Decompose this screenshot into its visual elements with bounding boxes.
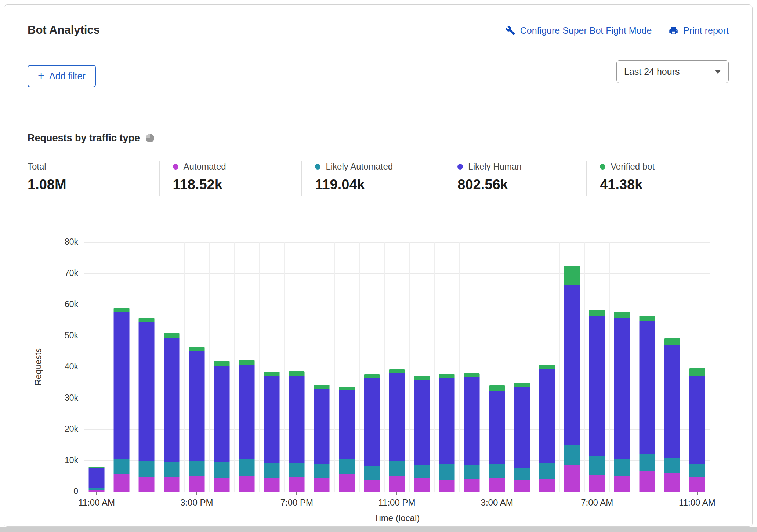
stacked-bar-9-00-am[interactable] bbox=[639, 316, 655, 492]
stacked-bar-10-00-pm[interactable] bbox=[364, 374, 380, 492]
bar-slot bbox=[685, 242, 710, 492]
stat-item-likely-human[interactable]: Likely Human802.56k bbox=[444, 161, 586, 196]
stacked-bar-3-00-am[interactable] bbox=[489, 385, 505, 492]
configure-super-bot-fight-mode-link[interactable]: Configure Super Bot Fight Mode bbox=[506, 25, 652, 36]
stacked-bar-6-00-pm[interactable] bbox=[264, 372, 280, 492]
stat-label: Verified bot bbox=[611, 161, 655, 172]
stacked-bar-3-00-pm[interactable] bbox=[189, 347, 204, 492]
segment-likely-human bbox=[564, 285, 580, 445]
section-title-row: Requests by traffic type bbox=[28, 132, 729, 144]
bar-slot bbox=[259, 242, 284, 492]
segment-likely-automated bbox=[564, 445, 580, 465]
segment-likely-human bbox=[639, 321, 655, 454]
segment-likely-human bbox=[539, 369, 555, 463]
stacked-bar-11-00-am[interactable] bbox=[689, 368, 705, 492]
x-tick-mark bbox=[396, 492, 397, 495]
stacked-bar-1-00-pm[interactable] bbox=[139, 318, 155, 492]
segment-likely-automated bbox=[139, 461, 155, 477]
stacked-bar-1-00-am[interactable] bbox=[439, 374, 455, 492]
stacked-bar-11-00-am[interactable] bbox=[89, 467, 105, 492]
stacked-bar-4-00-pm[interactable] bbox=[214, 361, 229, 492]
bar-slot bbox=[334, 242, 359, 492]
stat-item-likely-automated[interactable]: Likely Automated119.04k bbox=[301, 161, 444, 196]
segment-automated bbox=[214, 478, 229, 492]
segment-verified-bot bbox=[139, 318, 155, 323]
segment-automated bbox=[639, 471, 655, 492]
segment-likely-automated bbox=[264, 463, 280, 478]
stat-item-verified-bot[interactable]: Verified bot41.38k bbox=[586, 161, 729, 196]
segment-verified-bot bbox=[239, 360, 255, 365]
legend-dot bbox=[457, 164, 463, 170]
stacked-bar-11-00-pm[interactable] bbox=[389, 369, 405, 492]
segment-likely-automated bbox=[414, 465, 430, 478]
segment-verified-bot bbox=[614, 312, 630, 318]
stat-label: Likely Automated bbox=[326, 161, 393, 172]
bar-slot bbox=[184, 242, 209, 492]
x-axis-ticks: 11:00 AM3:00 PM7:00 PM11:00 PM3:00 AM7:0… bbox=[84, 492, 710, 511]
y-axis-ticks: 80k70k60k50k40k30k20k10k0 bbox=[49, 242, 84, 492]
add-filter-label: Add filter bbox=[49, 71, 86, 81]
segment-likely-human bbox=[589, 316, 605, 456]
stacked-bar-2-00-pm[interactable] bbox=[164, 333, 180, 492]
segment-likely-automated bbox=[664, 458, 680, 473]
segment-likely-human bbox=[239, 365, 255, 459]
segment-likely-automated bbox=[489, 464, 505, 478]
x-tick-label: 7:00 AM bbox=[581, 498, 613, 508]
add-filter-button[interactable]: + Add filter bbox=[28, 65, 96, 87]
segment-verified-bot bbox=[364, 374, 380, 378]
stacked-bar-5-00-pm[interactable] bbox=[239, 360, 255, 492]
segment-automated bbox=[464, 479, 480, 492]
stat-item-automated[interactable]: Automated118.52k bbox=[159, 161, 302, 196]
stacked-bar-12-00-pm[interactable] bbox=[114, 308, 130, 492]
segment-automated bbox=[114, 474, 130, 492]
gridline-v bbox=[710, 242, 710, 492]
segment-likely-automated bbox=[114, 459, 130, 475]
x-axis-title: Time (local) bbox=[84, 513, 710, 523]
y-tick-label: 50k bbox=[65, 331, 78, 340]
segment-likely-automated bbox=[364, 466, 380, 480]
segment-likely-automated bbox=[339, 459, 355, 474]
chevron-down-icon bbox=[714, 70, 721, 74]
stacked-bar-6-00-am[interactable] bbox=[564, 266, 580, 492]
segment-automated bbox=[664, 473, 680, 492]
stacked-bar-10-00-am[interactable] bbox=[664, 338, 680, 492]
print-link-label: Print report bbox=[683, 25, 729, 36]
bot-analytics-card: Bot Analytics + Add filter Configure Sup… bbox=[4, 4, 753, 527]
print-report-link[interactable]: Print report bbox=[669, 25, 729, 36]
stat-label: Total bbox=[28, 161, 46, 172]
time-range-select[interactable]: Last 24 hours bbox=[616, 60, 729, 83]
header-right: Configure Super Bot Fight Mode Print rep… bbox=[506, 23, 729, 103]
stacked-bar-7-00-pm[interactable] bbox=[289, 371, 305, 492]
stacked-bar-8-00-pm[interactable] bbox=[314, 385, 330, 492]
stacked-bar-8-00-am[interactable] bbox=[614, 312, 630, 492]
segment-likely-human bbox=[464, 377, 480, 465]
stacked-bar-12-00-am[interactable] bbox=[414, 376, 430, 492]
segment-verified-bot bbox=[589, 310, 605, 316]
bar-slot bbox=[84, 242, 109, 492]
stacked-bar-9-00-pm[interactable] bbox=[339, 387, 355, 492]
segment-verified-bot bbox=[514, 383, 530, 387]
stacked-bar-7-00-am[interactable] bbox=[589, 310, 605, 492]
segment-likely-automated bbox=[289, 463, 305, 477]
segment-automated bbox=[389, 476, 405, 492]
stat-value: 41.38k bbox=[600, 177, 729, 193]
segment-likely-automated bbox=[639, 454, 655, 471]
segment-likely-human bbox=[89, 468, 105, 488]
stacked-bar-4-00-am[interactable] bbox=[514, 383, 530, 492]
bar-slot bbox=[485, 242, 510, 492]
segment-verified-bot bbox=[489, 385, 505, 391]
y-tick-label: 40k bbox=[65, 362, 78, 372]
stacked-bar-5-00-am[interactable] bbox=[539, 365, 555, 492]
bar-slot bbox=[584, 242, 609, 492]
segment-verified-bot bbox=[114, 308, 130, 311]
pie-chart-icon bbox=[146, 134, 154, 142]
stacked-bar-2-00-am[interactable] bbox=[464, 373, 480, 492]
x-tick-label: 3:00 AM bbox=[481, 498, 513, 508]
segment-verified-bot bbox=[464, 373, 480, 377]
bar-slot bbox=[459, 242, 484, 492]
segment-automated bbox=[689, 477, 705, 492]
page-title: Bot Analytics bbox=[28, 23, 100, 37]
segment-likely-human bbox=[189, 351, 204, 461]
printer-icon bbox=[669, 26, 678, 36]
segment-likely-automated bbox=[514, 468, 530, 480]
